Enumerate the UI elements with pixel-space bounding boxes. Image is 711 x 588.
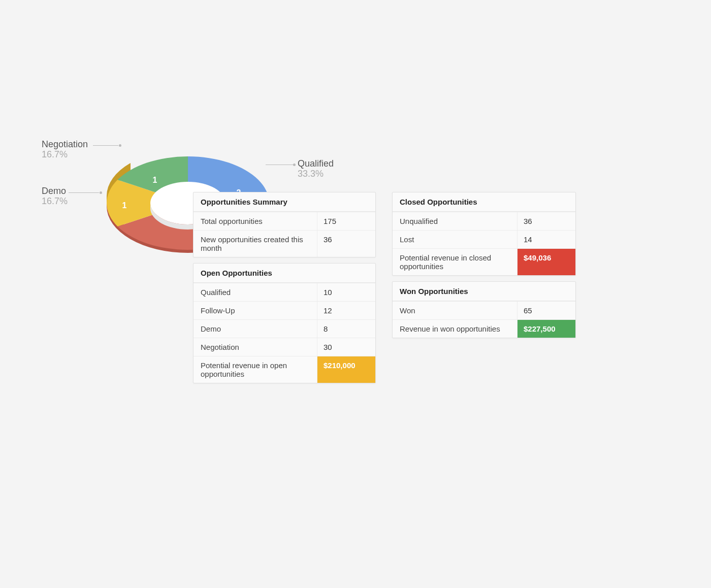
- table-row: Lost 14: [393, 230, 575, 248]
- open-opportunities-panel: Open Opportunities Qualified 10 Follow-U…: [193, 263, 376, 383]
- cell-value: 175: [317, 212, 375, 230]
- table-row-highlight: Potential revenue in open opportunities …: [193, 356, 375, 383]
- panel-title: Open Opportunities: [193, 264, 375, 283]
- cell-label: Revenue in won opportunities: [393, 320, 518, 338]
- cell-label: Won: [393, 302, 518, 319]
- chart-label-negotiation: Negotiation 16.7%: [42, 140, 88, 160]
- cell-value-highlight: $210,000: [317, 356, 375, 383]
- table-row: New opportunities created this month 36: [193, 230, 375, 257]
- cell-value: 65: [518, 302, 575, 319]
- chart-label-demo: Demo 16.7%: [42, 186, 68, 207]
- table-row-highlight: Revenue in won opportunities $227,500: [393, 319, 575, 338]
- chart-label-demo-name: Demo: [42, 186, 68, 197]
- closed-opportunities-panel: Closed Opportunities Unqualified 36 Lost…: [392, 192, 576, 276]
- table-row: Follow-Up 12: [193, 301, 375, 319]
- cell-value: 30: [317, 338, 375, 356]
- cell-label: Follow-Up: [193, 302, 317, 319]
- dashboard-canvas: Negotiation 16.7% Demo 16.7% Qualified 3…: [0, 0, 711, 588]
- panel-title: Closed Opportunities: [393, 192, 575, 212]
- cell-value: 8: [317, 320, 375, 338]
- table-row: Negotiation 30: [193, 338, 375, 356]
- leader-line: [69, 192, 99, 193]
- won-opportunities-panel: Won Opportunities Won 65 Revenue in won …: [392, 281, 576, 338]
- cell-value: 14: [518, 231, 575, 248]
- cell-value: 12: [317, 302, 375, 319]
- donut-count-demo: 1: [122, 201, 127, 210]
- cell-value-highlight: $49,036: [518, 249, 575, 275]
- table-row: Demo 8: [193, 319, 375, 338]
- cell-label: New opportunities created this month: [193, 231, 317, 257]
- cell-label: Demo: [193, 320, 317, 338]
- cell-value: 36: [518, 212, 575, 230]
- table-row: Unqualified 36: [393, 212, 575, 230]
- donut-count-negotiation: 1: [153, 176, 157, 184]
- chart-label-qualified-name: Qualified: [298, 159, 334, 169]
- leader-dot: [293, 164, 296, 166]
- chart-label-demo-pct: 16.7%: [42, 197, 68, 207]
- cell-value-highlight: $227,500: [518, 320, 575, 338]
- panel-title: Won Opportunities: [393, 282, 575, 301]
- cell-label: Qualified: [193, 283, 317, 301]
- table-row: Qualified 10: [193, 283, 375, 301]
- table-row: Total opportunities 175: [193, 212, 375, 230]
- table-row: Won 65: [393, 301, 575, 319]
- cell-label: Potential revenue in closed opportunitie…: [393, 249, 518, 275]
- opportunities-summary-panel: Opportunities Summary Total opportunitie…: [193, 192, 376, 257]
- cell-value: 36: [317, 231, 375, 257]
- cell-label: Lost: [393, 231, 518, 248]
- cell-value: 10: [317, 283, 375, 301]
- chart-label-negotiation-name: Negotiation: [42, 140, 88, 150]
- cell-label: Negotiation: [193, 338, 317, 356]
- chart-label-qualified: Qualified 33.3%: [298, 159, 334, 179]
- table-row-highlight: Potential revenue in closed opportunitie…: [393, 248, 575, 275]
- chart-label-negotiation-pct: 16.7%: [42, 150, 88, 160]
- cell-label: Unqualified: [393, 212, 518, 230]
- chart-label-qualified-pct: 33.3%: [298, 169, 334, 179]
- cell-label: Potential revenue in open opportunities: [193, 356, 317, 383]
- panel-title: Opportunities Summary: [193, 192, 375, 212]
- cell-label: Total opportunities: [193, 212, 317, 230]
